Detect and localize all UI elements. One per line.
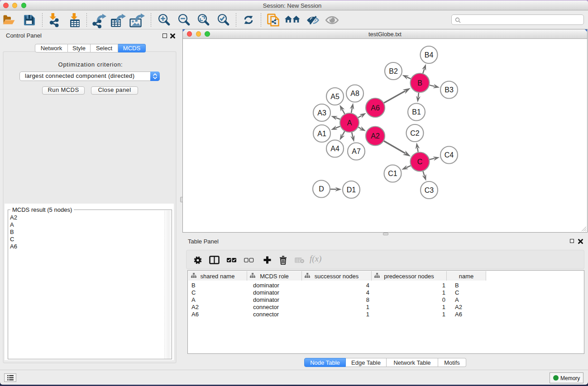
svg-text:A3: A3 <box>317 109 326 117</box>
svg-text:D: D <box>319 185 324 193</box>
svg-text:D1: D1 <box>347 186 356 194</box>
svg-text:A5: A5 <box>330 93 339 100</box>
svg-text:C: C <box>417 158 423 166</box>
svg-text:C2: C2 <box>410 129 420 137</box>
svg-text:A6: A6 <box>371 104 380 112</box>
svg-text:A7: A7 <box>352 148 361 155</box>
svg-text:A: A <box>347 119 352 127</box>
svg-text:A1: A1 <box>317 130 326 138</box>
svg-text:B3: B3 <box>445 86 454 94</box>
svg-text:B1: B1 <box>412 108 421 116</box>
svg-text:B4: B4 <box>425 51 434 59</box>
svg-text:B: B <box>417 79 422 87</box>
svg-text:C1: C1 <box>388 170 397 177</box>
svg-text:A4: A4 <box>330 145 339 152</box>
svg-text:A2: A2 <box>371 132 380 140</box>
svg-text:C3: C3 <box>425 186 434 194</box>
svg-text:A8: A8 <box>350 90 359 97</box>
svg-text:C4: C4 <box>445 151 454 159</box>
svg-text:B2: B2 <box>389 67 398 75</box>
